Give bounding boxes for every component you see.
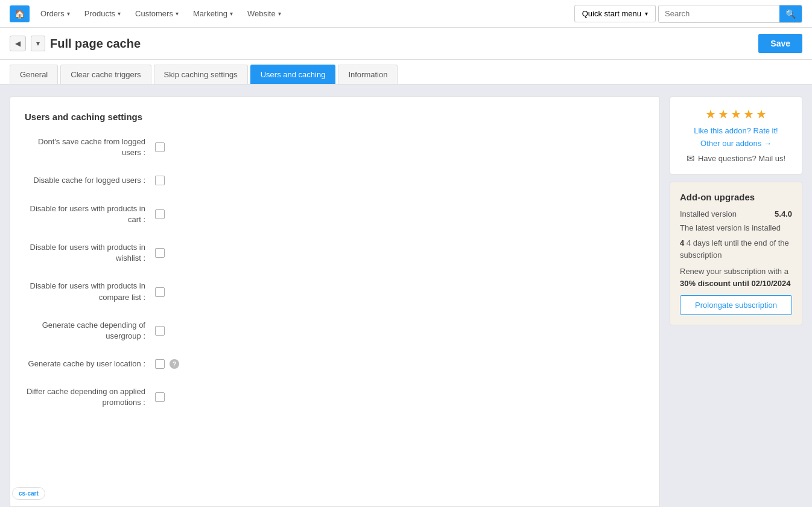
- nav-products[interactable]: Products ▾: [78, 5, 127, 22]
- form-row-disable-compare: Disable for users with products in compa…: [25, 281, 645, 302]
- home-button[interactable]: 🏠: [10, 5, 30, 22]
- rating-card: ★ ★ ★ ★ ★ Like this addon? Rate it! Othe…: [670, 97, 802, 174]
- star-4: ★: [743, 107, 754, 121]
- chevron-down-icon: ▾: [67, 10, 70, 17]
- checkbox-disable-cart[interactable]: [155, 209, 165, 219]
- section-title: Users and caching settings: [25, 112, 645, 122]
- checkbox-disable-wishlist[interactable]: [155, 248, 165, 258]
- chevron-down-icon: ▾: [278, 10, 281, 17]
- chevron-down-icon: ▾: [230, 10, 233, 17]
- installed-version-label: Installed version: [680, 209, 737, 218]
- topbar: 🏠 Orders ▾ Products ▾ Customers ▾ Market…: [0, 0, 812, 28]
- tabbar: General Clear cache triggers Skip cachin…: [0, 60, 812, 84]
- form-row-user-location: Generate cache by user location : ?: [25, 359, 645, 369]
- search-bar: 🔍: [658, 5, 802, 23]
- latest-version-text: The latest version is installed: [680, 223, 792, 232]
- mail-row: ✉ Have questions? Mail us!: [680, 153, 792, 164]
- star-1: ★: [705, 107, 716, 121]
- search-button[interactable]: 🔍: [779, 5, 802, 22]
- bottom-logo: cs-cart: [12, 487, 45, 500]
- field-label-usergroup: Generate cache depending of usergroup :: [25, 320, 145, 342]
- stars-row: ★ ★ ★ ★ ★: [680, 107, 792, 121]
- days-left-text: 4 4 days left until the end of the subsc…: [680, 237, 792, 261]
- dropdown-button[interactable]: ▾: [31, 36, 45, 51]
- field-label-disable-wishlist: Disable for users with products in wishl…: [25, 242, 145, 264]
- version-row: Installed version 5.4.0: [680, 209, 792, 218]
- field-label-disable-cart: Disable for users with products in cart …: [25, 203, 145, 225]
- search-input[interactable]: [659, 5, 779, 22]
- field-control-promotions: [155, 392, 165, 402]
- form-row-disable-cart: Disable for users with products in cart …: [25, 203, 645, 225]
- star-5: ★: [756, 107, 767, 121]
- page-header: ◀ ▾ Full page cache Save: [0, 28, 812, 60]
- nav-customers[interactable]: Customers ▾: [129, 5, 185, 22]
- help-icon[interactable]: ?: [170, 359, 179, 369]
- field-label-user-location: Generate cache by user location :: [25, 359, 145, 369]
- rate-link[interactable]: Like this addon? Rate it!: [680, 126, 792, 135]
- checkbox-promotions[interactable]: [155, 392, 165, 402]
- sidebar: ★ ★ ★ ★ ★ Like this addon? Rate it! Othe…: [670, 97, 802, 325]
- field-control-user-location: ?: [155, 359, 179, 369]
- chevron-down-icon: ▾: [176, 10, 179, 17]
- nav-orders[interactable]: Orders ▾: [34, 5, 76, 22]
- page-title: Full page cache: [50, 37, 753, 51]
- renew-text: Renew your subscription with a 30% disco…: [680, 266, 792, 289]
- form-row-disable-wishlist: Disable for users with products in wishl…: [25, 242, 645, 264]
- field-control-usergroup: [155, 326, 165, 336]
- field-control-dont-save-cache: [155, 142, 165, 152]
- prolong-button[interactable]: Prolongate subscription: [680, 295, 792, 315]
- checkbox-disable-logged-users[interactable]: [155, 176, 165, 185]
- tab-skip-caching[interactable]: Skip caching settings: [154, 65, 248, 84]
- checkbox-user-location[interactable]: [155, 359, 165, 369]
- chevron-down-icon: ▾: [118, 10, 121, 17]
- main-layout: Users and caching settings Dont's save c…: [0, 84, 812, 507]
- cs-cart-logo: cs-cart: [19, 490, 39, 497]
- mail-text: Have questions? Mail us!: [698, 154, 785, 163]
- back-button[interactable]: ◀: [10, 36, 26, 51]
- checkbox-dont-save-cache[interactable]: [155, 142, 165, 152]
- tab-users-and-caching[interactable]: Users and caching: [250, 65, 336, 84]
- form-row-promotions: Differ cache depending on applied promot…: [25, 386, 645, 408]
- quick-menu-button[interactable]: Quick start menu ▾: [574, 5, 656, 22]
- mail-icon: ✉: [687, 153, 694, 164]
- field-label-disable-compare: Disable for users with products in compa…: [25, 281, 145, 302]
- field-control-disable-wishlist: [155, 248, 165, 258]
- nav-website[interactable]: Website ▾: [241, 5, 287, 22]
- star-3: ★: [731, 107, 741, 121]
- nav-marketing[interactable]: Marketing ▾: [187, 5, 239, 22]
- installed-version-value: 5.4.0: [775, 209, 792, 218]
- checkbox-disable-compare[interactable]: [155, 287, 165, 297]
- form-row-dont-save-cache: Dont's save cache from logged users :: [25, 136, 645, 158]
- content-area: Users and caching settings Dont's save c…: [10, 97, 660, 507]
- tab-general[interactable]: General: [10, 65, 58, 84]
- field-label-promotions: Differ cache depending on applied promot…: [25, 386, 145, 408]
- addon-upgrades-card: Add-on upgrades Installed version 5.4.0 …: [670, 182, 802, 325]
- field-control-disable-cart: [155, 209, 165, 219]
- addon-upgrades-title: Add-on upgrades: [680, 192, 792, 202]
- form-row-usergroup: Generate cache depending of usergroup :: [25, 320, 645, 342]
- tab-information[interactable]: Information: [338, 65, 398, 84]
- field-control-disable-logged-users: [155, 176, 165, 185]
- form-row-disable-logged-users: Disable cache for logged users :: [25, 175, 645, 186]
- checkbox-usergroup[interactable]: [155, 326, 165, 336]
- other-addons-link[interactable]: Other our addons →: [680, 139, 792, 148]
- field-control-disable-compare: [155, 287, 165, 297]
- save-button[interactable]: Save: [758, 34, 802, 53]
- field-label-dont-save-cache: Dont's save cache from logged users :: [25, 136, 145, 158]
- star-2: ★: [718, 107, 729, 121]
- tab-clear-cache-triggers[interactable]: Clear cache triggers: [60, 65, 151, 84]
- chevron-down-icon: ▾: [645, 10, 648, 17]
- field-label-disable-logged-users: Disable cache for logged users :: [25, 175, 145, 186]
